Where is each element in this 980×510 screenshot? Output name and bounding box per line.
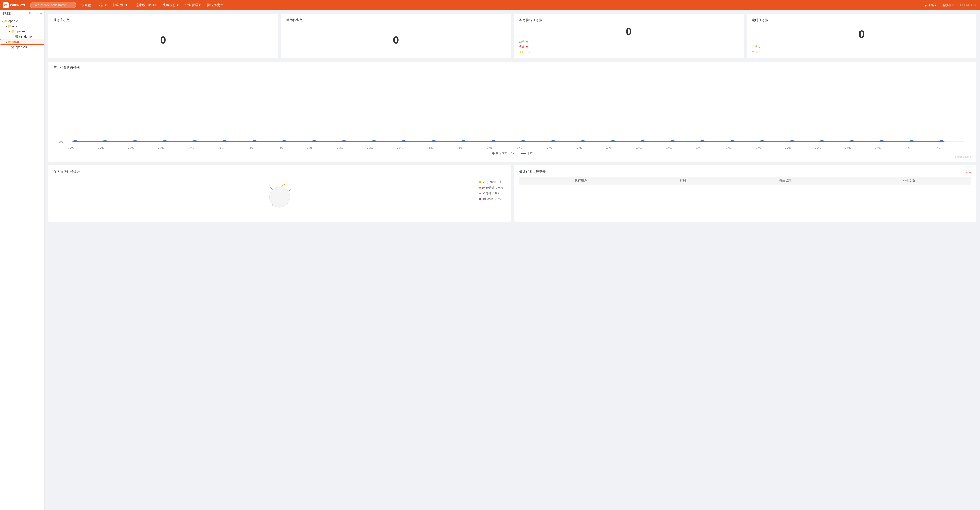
nav-co[interactable]: 轻应用[CO]: [112, 3, 131, 7]
stat-card-monthly: 本月执行任务数 0 成功: 0 失败: 0 执行中: 0: [514, 14, 744, 59]
svg-text:2021-06-04: 2021-06-04: [289, 147, 315, 149]
svg-point-23: [700, 140, 705, 143]
svg-point-4: [132, 140, 138, 143]
svg-point-62: [269, 187, 290, 207]
label-10-30: ■ 10-30分钟: 0.0 %: [479, 185, 503, 191]
folder-open-icon: 📂: [8, 40, 11, 44]
nav-open-c3[interactable]: OPEN-C3 ▾: [959, 3, 977, 7]
svg-point-24: [730, 140, 735, 143]
svg-text:0: 0: [59, 141, 63, 144]
stat-title-monthly: 本月执行任务数: [519, 18, 739, 22]
tree-node-opsdev[interactable]: ▾ 📁 opsdev: [0, 29, 45, 34]
nav-dashboard[interactable]: 仪表盘: [80, 3, 92, 7]
svg-text:2021-06-24: 2021-06-24: [886, 147, 913, 149]
svg-point-17: [520, 140, 526, 143]
svg-text:2021-06-06: 2021-06-06: [349, 147, 375, 149]
label-30plus: ■ 30+分钟: 0.0 %: [479, 196, 503, 202]
svg-text:2021-06-19: 2021-06-19: [737, 147, 763, 149]
svg-point-9: [282, 140, 287, 143]
svg-point-5: [162, 140, 168, 143]
tree-label: TREE: [3, 12, 11, 15]
logo: C3 OPEN-C3: [3, 2, 26, 8]
folder-icon: 📁: [11, 30, 15, 33]
col-status: 当前状态: [723, 176, 848, 185]
leaf-icon: 🌿: [15, 35, 18, 38]
tree-node-open-c3[interactable]: ▾ 📁 open-c3: [0, 19, 45, 24]
label-5-10: ■ 5-10分钟: 0.0 %: [479, 179, 503, 185]
svg-text:2021-06-12: 2021-06-12: [528, 147, 554, 149]
folder-icon: 📁: [4, 20, 8, 23]
svg-point-31: [939, 140, 945, 143]
svg-point-11: [341, 140, 347, 143]
add-node-button[interactable]: +: [33, 12, 35, 15]
recent-tasks-title: 最近任务执行记录: [519, 170, 546, 174]
legend-success-dot: [492, 152, 495, 155]
duration-pie-svg: [251, 176, 308, 218]
svg-text:2021-06-10: 2021-06-10: [469, 147, 494, 149]
stats-row: 业务主机数 0 常用作业数 0 本月执行任务数 0 成功: 0 失败: 0 执行…: [48, 14, 977, 59]
svg-point-16: [490, 140, 496, 143]
svg-point-30: [909, 140, 915, 143]
top-nav: C3 OPEN-C3 仪表盘 报告 ▾ 轻应用[CO] 流水线[CI/CD] 快…: [0, 0, 980, 10]
stat-value-monthly: 0: [519, 25, 739, 38]
svg-text:2021-06-23: 2021-06-23: [857, 147, 883, 149]
nav-right: 管理员 ▾ 连接器 ▾ OPEN-C3 ▾: [924, 3, 977, 7]
arrow-icon: ▾: [6, 41, 7, 43]
arrow-icon: ▾: [2, 20, 3, 23]
svg-point-22: [670, 140, 676, 143]
nav-admin[interactable]: 管理员 ▾: [924, 3, 937, 7]
folder-icon: 📁: [8, 25, 11, 28]
svg-point-12: [371, 140, 377, 143]
table-header-row: 执行用户 耗时 当前状态 作业名称: [519, 176, 972, 185]
tree-node-c3demo[interactable]: ▸ 🌿 c3_demo: [0, 34, 45, 39]
nav-report[interactable]: 报告 ▾: [96, 3, 108, 7]
svg-point-3: [102, 140, 108, 143]
nav-cicd[interactable]: 流水线[CI/CD]: [135, 3, 158, 7]
highcharts-credit: Highcharts.com: [53, 156, 971, 158]
sidebar: TREE 📍 + − ↻ ▾ 📁 open-c3 ▾ 📁 ops: [0, 10, 45, 510]
svg-text:2021-06-13: 2021-06-13: [558, 147, 584, 149]
pin-icon[interactable]: 📍: [28, 12, 32, 15]
tree-node-ops[interactable]: ▾ 📁 ops: [0, 24, 45, 29]
svg-point-2: [72, 140, 78, 143]
svg-point-27: [819, 140, 825, 143]
nav-quick[interactable]: 快速执行 ▾: [162, 3, 180, 7]
main-layout: TREE 📍 + − ↻ ▾ 📁 open-c3 ▾ 📁 ops: [0, 10, 980, 510]
svg-point-8: [251, 140, 258, 143]
logo-icon: C3: [3, 2, 9, 8]
svg-text:2021-05-29: 2021-05-29: [110, 147, 136, 149]
tree-container: ▾ 📁 open-c3 ▾ 📁 ops ▾ 📁 opsdev ▸: [0, 17, 45, 510]
svg-text:2021-06-15: 2021-06-15: [618, 147, 644, 149]
label-0-1: ■ 0-1分钟: 0.0 %: [479, 191, 503, 196]
search-input[interactable]: [30, 2, 76, 8]
tree-node-open-c3-leaf[interactable]: ▸ 🌿 open-c3: [0, 44, 45, 50]
more-link[interactable]: 更多: [966, 170, 971, 174]
svg-text:2021-06-14: 2021-06-14: [588, 147, 614, 149]
remove-node-button[interactable]: −: [37, 12, 38, 15]
legend-total: 总数: [521, 151, 533, 155]
svg-text:2021-06-25: 2021-06-25: [916, 147, 942, 149]
nav-biz[interactable]: 业务管理 ▾: [184, 3, 202, 7]
nav-connector[interactable]: 连接器 ▾: [941, 3, 955, 7]
refresh-tree-button[interactable]: ↻: [40, 12, 42, 15]
stat-card-jobs: 常用作业数 0: [281, 14, 511, 59]
duration-card: 任务执行时长统计 ■ 5-10分钟: 0.0 % ■ 10-30分钟: 0.0 …: [48, 165, 511, 222]
svg-point-25: [759, 140, 765, 143]
stat-value-hosts: 0: [53, 25, 273, 54]
col-duration: 耗时: [643, 176, 723, 185]
pie-labels: ■ 5-10分钟: 0.0 % ■ 10-30分钟: 0.0 % ■ 0-1分钟…: [479, 179, 503, 202]
tree-node-private[interactable]: ▾ 📂 private: [0, 39, 45, 44]
svg-text:2021-05-30: 2021-05-30: [140, 147, 166, 149]
svg-point-15: [461, 140, 466, 143]
svg-point-20: [610, 140, 616, 143]
history-chart-card: 历史任务执行情况 0: [48, 62, 977, 162]
svg-text:2021-06-07: 2021-06-07: [379, 147, 405, 149]
sidebar-actions: 📍 + − ↻: [28, 12, 42, 15]
svg-text:2021-06-16: 2021-06-16: [648, 147, 674, 149]
col-user: 执行用户: [519, 176, 643, 185]
col-job-name: 作业名称: [847, 176, 971, 185]
nav-history[interactable]: 执行历史 ▾: [206, 3, 224, 7]
history-chart-area: 0: [53, 73, 971, 149]
stat-details-scheduled: 启动: 0 暂停: 0: [752, 44, 971, 55]
main-content: 业务主机数 0 常用作业数 0 本月执行任务数 0 成功: 0 失败: 0 执行…: [45, 10, 980, 510]
